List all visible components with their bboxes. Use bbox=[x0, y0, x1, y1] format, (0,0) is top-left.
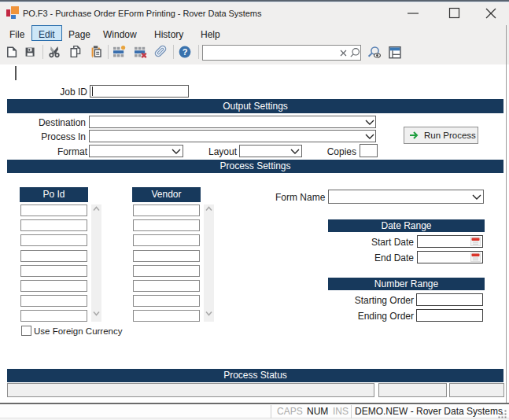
svg-text:?: ? bbox=[183, 47, 188, 57]
